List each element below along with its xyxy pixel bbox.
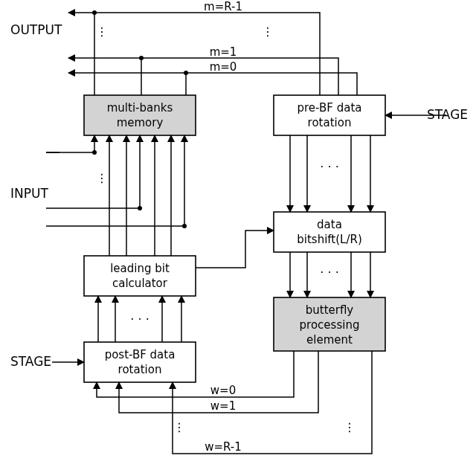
dot-in-bot bbox=[182, 224, 187, 228]
ellipsis-icon: ⋮ bbox=[344, 420, 356, 434]
wire-in-mid bbox=[46, 135, 140, 208]
label-w0: w=0 bbox=[210, 384, 236, 397]
ellipsis-icon: · · · bbox=[320, 265, 338, 280]
dot-in-top bbox=[92, 150, 97, 155]
bfly-label-2: processing bbox=[300, 318, 360, 332]
shift-label-2: bitshift(L/R) bbox=[297, 233, 362, 246]
ellipsis-icon: · · · bbox=[320, 160, 338, 174]
ellipsis-icon: · · · bbox=[130, 312, 149, 326]
dot-in-mid bbox=[138, 206, 142, 210]
input-label: INPUT bbox=[10, 186, 48, 201]
bfly-label-3: element bbox=[306, 333, 353, 347]
wire-wR bbox=[173, 351, 372, 454]
dot-out-m0 bbox=[184, 71, 188, 75]
wire-lead-to-shift bbox=[196, 231, 274, 268]
post-label-2: rotation bbox=[118, 363, 162, 376]
lead-label-2: calculator bbox=[112, 277, 168, 290]
dot-out-mR bbox=[92, 10, 97, 15]
wire-in-bot bbox=[46, 135, 184, 226]
wire-in-top bbox=[46, 135, 94, 152]
mem-label-1: multi-banks bbox=[107, 101, 173, 115]
label-m1: m=1 bbox=[210, 45, 237, 59]
dot-out-m1 bbox=[139, 56, 144, 60]
ellipsis-icon: ⋮ bbox=[262, 25, 274, 39]
stage-right-label: STAGE bbox=[427, 107, 468, 122]
post-label-1: post-BF data bbox=[105, 348, 176, 361]
wire-out-m0-left bbox=[68, 73, 357, 95]
lead-label-1: leading bit bbox=[110, 262, 170, 275]
ellipsis-icon: ⋮ bbox=[96, 171, 108, 185]
label-w1: w=1 bbox=[210, 399, 236, 413]
ellipsis-icon: ⋮ bbox=[96, 25, 108, 39]
shift-label-1: data bbox=[317, 218, 342, 231]
label-mR: m=R-1 bbox=[204, 0, 242, 13]
pre-label-1: pre-BF data bbox=[298, 101, 362, 115]
stage-left-label: STAGE bbox=[10, 354, 51, 369]
label-wR: w=R-1 bbox=[205, 440, 242, 454]
pre-label-2: rotation bbox=[308, 116, 352, 129]
output-label: OUTPUT bbox=[10, 22, 62, 37]
wire-out-m1-left bbox=[68, 58, 338, 95]
mem-label-2: memory bbox=[117, 116, 164, 129]
bfly-label-1: butterfly bbox=[306, 303, 354, 317]
ellipsis-icon: ⋮ bbox=[173, 420, 185, 434]
label-m0: m=0 bbox=[210, 60, 237, 74]
